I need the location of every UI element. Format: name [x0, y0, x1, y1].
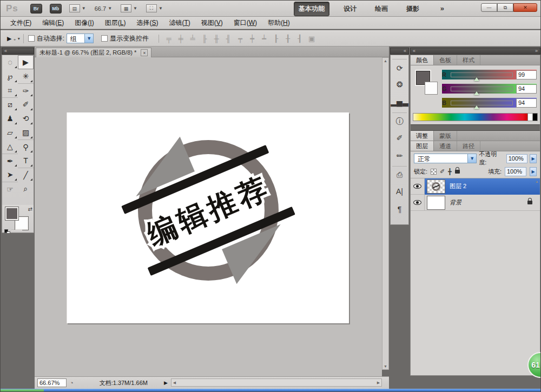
- menu-item[interactable]: 图像(I): [69, 17, 99, 29]
- panel-tab[interactable]: 蒙版: [434, 131, 457, 141]
- minimize-button[interactable]: —: [481, 3, 497, 12]
- panel-tab[interactable]: 样式: [457, 55, 480, 65]
- distribute-vertical-centers-icon[interactable]: ┿: [248, 35, 256, 43]
- path-selection-tool[interactable]: ➤: [2, 168, 18, 182]
- panel-tab[interactable]: 通道: [434, 141, 457, 151]
- color-spectrum-ramp[interactable]: [413, 113, 538, 121]
- clone-stamp-tool[interactable]: ♟: [2, 111, 18, 125]
- canvas-vertical-scrollbar[interactable]: ▲ ▼: [382, 57, 389, 370]
- workspace-button[interactable]: 基本功能: [294, 2, 329, 16]
- lock-transparency-icon[interactable]: [431, 169, 437, 175]
- quick-selection-tool[interactable]: ✳: [18, 69, 34, 83]
- canvas-horizontal-scrollbar[interactable]: ◀ ▶: [171, 378, 382, 387]
- brush-presets-panel-icon[interactable]: ✏: [392, 148, 407, 163]
- menu-item[interactable]: 编辑(E): [37, 17, 69, 29]
- distribute-bottom-edges-icon[interactable]: ┷: [260, 35, 268, 43]
- scroll-up-icon[interactable]: ▲: [382, 58, 388, 64]
- workspace-button[interactable]: 摄影: [402, 2, 424, 16]
- panel-tab[interactable]: 色板: [434, 55, 457, 65]
- screen-mode-button[interactable]: ⛶ ▼: [146, 4, 163, 12]
- toolbox-resize-grip[interactable]: [11, 230, 22, 231]
- elliptical-marquee-tool[interactable]: ◌: [2, 55, 18, 69]
- slider-track[interactable]: [451, 101, 513, 105]
- view-extras-button[interactable]: ▤ ▼: [69, 4, 86, 12]
- auto-select-checkbox[interactable]: [28, 35, 35, 42]
- auto-select-mode-dropdown[interactable]: 组 ▼: [67, 34, 94, 43]
- slider-track[interactable]: [451, 87, 513, 91]
- close-tab-icon[interactable]: ×: [141, 49, 148, 56]
- menu-item[interactable]: 文件(F): [5, 17, 37, 29]
- history-brush-tool[interactable]: ⟲: [18, 111, 34, 125]
- menu-item[interactable]: 滤镜(T): [163, 17, 195, 29]
- info-panel-icon[interactable]: ⓘ: [392, 112, 407, 127]
- restore-button[interactable]: ⧉: [497, 3, 513, 12]
- document-tab[interactable]: 未标题-1 @ 66.7% (图层 2, RGB/8) * ×: [36, 48, 151, 57]
- menu-item[interactable]: 帮助(H): [262, 17, 295, 29]
- status-zoom-field[interactable]: 66.67%: [37, 378, 67, 387]
- layer-row-layer2[interactable]: 图层 2: [411, 178, 540, 195]
- opacity-value-field[interactable]: 100%: [506, 154, 528, 163]
- slider-value-field[interactable]: 94: [516, 98, 537, 108]
- arrange-documents-button[interactable]: ▦ ▼: [121, 4, 137, 12]
- healing-brush-tool[interactable]: ⧄: [2, 97, 18, 111]
- histogram-panel-icon[interactable]: ▂▅▃: [392, 95, 407, 109]
- hand-tool[interactable]: ☞: [2, 182, 18, 196]
- layer-row-background[interactable]: 背景: [411, 195, 540, 211]
- panel-tab[interactable]: 调整: [411, 131, 434, 141]
- more-workspaces-chevron[interactable]: »: [440, 4, 444, 12]
- auto-align-layers-icon[interactable]: ▣: [307, 35, 316, 43]
- align-right-edges-icon[interactable]: ╢: [224, 35, 233, 43]
- white-swatch[interactable]: [527, 114, 532, 121]
- menu-item[interactable]: 窗口(W): [228, 17, 262, 29]
- scroll-up-icon[interactable]: ▲: [535, 180, 539, 183]
- type-tool[interactable]: T: [18, 154, 34, 168]
- slider-track[interactable]: [451, 72, 513, 77]
- foreground-color-swatch[interactable]: [5, 207, 18, 220]
- crop-tool[interactable]: ⌗: [2, 83, 18, 97]
- swap-colors-icon[interactable]: ⇄: [28, 206, 32, 212]
- menu-item[interactable]: 选择(S): [131, 17, 163, 29]
- eraser-tool[interactable]: ▱: [2, 125, 18, 139]
- spectrum-gradient[interactable]: [413, 114, 527, 121]
- lasso-tool[interactable]: ℘: [2, 69, 18, 83]
- align-horizontal-centers-icon[interactable]: ╫: [212, 35, 221, 43]
- right-dock-header[interactable]: «»: [410, 48, 540, 55]
- distribute-top-edges-icon[interactable]: ┯: [236, 35, 245, 43]
- lock-all-icon[interactable]: [455, 170, 460, 174]
- slider-thumb-icon[interactable]: [474, 105, 479, 109]
- document-canvas[interactable]: 编辑推荐: [67, 112, 349, 323]
- tools-dock-header[interactable]: «: [2, 48, 34, 55]
- scroll-left-icon[interactable]: ◀: [171, 380, 177, 386]
- dodge-tool[interactable]: ⚲: [18, 139, 34, 154]
- taskbar-item[interactable]: [1, 389, 44, 392]
- gradient-tool[interactable]: ▨: [18, 125, 34, 139]
- distribute-horizontal-centers-icon[interactable]: ╂: [283, 35, 292, 43]
- layer-thumbnail[interactable]: [427, 180, 445, 194]
- workspace-button[interactable]: 绘画: [371, 2, 392, 16]
- align-bottom-edges-icon[interactable]: ╧: [188, 35, 197, 43]
- character-panel-icon[interactable]: A|: [392, 184, 407, 198]
- close-button[interactable]: ✕: [513, 3, 537, 12]
- blend-mode-dropdown[interactable]: 正常 ▼: [414, 154, 477, 163]
- status-flyout-icon[interactable]: ▶: [164, 380, 168, 386]
- brushes-panel-icon[interactable]: ✐: [392, 130, 407, 145]
- eyedropper-tool[interactable]: ✑: [18, 83, 34, 97]
- bridge-launch-button[interactable]: Br: [30, 4, 42, 14]
- current-tool-preset[interactable]: ▶ ₊ ▾: [4, 34, 24, 43]
- fill-arrow-icon[interactable]: ▶: [530, 167, 537, 176]
- windows-taskbar-edge[interactable]: [1, 389, 541, 392]
- menu-item[interactable]: 图层(L): [100, 17, 131, 29]
- panel-tab[interactable]: 路径: [457, 141, 480, 151]
- brush-tool[interactable]: ✐: [18, 97, 34, 111]
- canvas-area[interactable]: 编辑推荐: [35, 57, 382, 376]
- paragraph-panel-icon[interactable]: ¶: [392, 202, 407, 216]
- pen-tool[interactable]: ✒: [2, 154, 18, 168]
- mini-bridge-button[interactable]: Mb: [50, 4, 62, 14]
- opacity-arrow-icon[interactable]: ▶: [530, 154, 537, 163]
- layer-thumbnail[interactable]: [427, 196, 445, 210]
- menu-item[interactable]: 视图(V): [196, 17, 228, 29]
- history-panel-icon[interactable]: ⟳: [392, 59, 407, 74]
- slider-thumb-icon[interactable]: [474, 91, 479, 95]
- line-tool[interactable]: ╱: [18, 168, 34, 182]
- navigator-panel-icon[interactable]: ❂: [392, 77, 407, 91]
